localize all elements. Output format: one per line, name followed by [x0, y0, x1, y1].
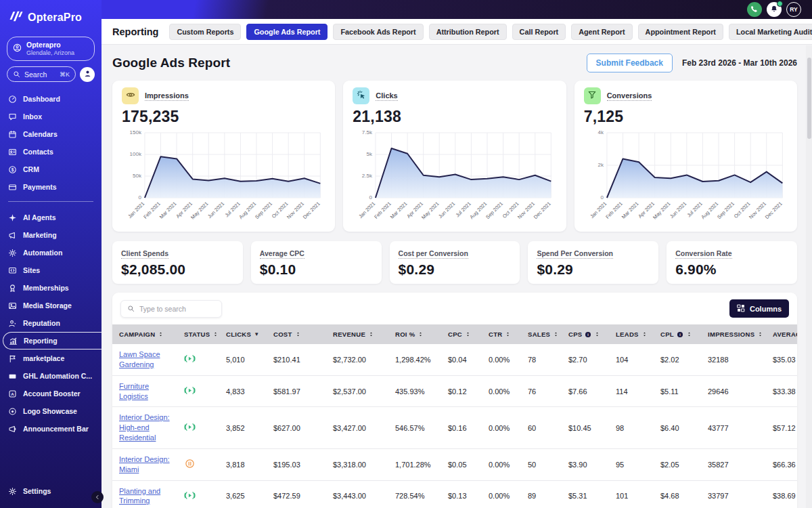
info-icon: i [585, 331, 591, 338]
column-header-clicks[interactable]: CLICKS▼ [219, 324, 267, 344]
date-range[interactable]: Feb 23rd 2026 - Mar 10th 2026 [682, 58, 797, 68]
sidebar-item-media-storage[interactable]: Media Storage [0, 297, 102, 314]
sidebar-item-reputation[interactable]: Reputation [0, 314, 102, 332]
impressions-chip [122, 87, 139, 104]
cell-average: $57.12 [766, 407, 797, 449]
sidebar-item-crm[interactable]: $CRM [0, 161, 102, 178]
sidebar-item-reporting[interactable]: Reporting [3, 332, 102, 350]
submit-feedback-button[interactable]: Submit Feedback [587, 54, 673, 72]
topbar: RY [0, 0, 812, 19]
tab-local-marketing-audit[interactable]: Local Marketing Audit [729, 24, 812, 40]
sidebar: OpteraPro Opterapro Glendale, Arizona Se… [0, 0, 102, 508]
sort-icon [212, 331, 219, 337]
stat-card-cost-per-conversion: Cost per Conversion$0.29 [390, 241, 520, 284]
column-header-sales[interactable]: SALES [521, 324, 562, 344]
cell-sales: 60 [521, 407, 562, 449]
tab-custom-reports[interactable]: Custom Reports [169, 24, 241, 40]
sidebar-item-dashboard[interactable]: Dashboard [0, 90, 102, 108]
notifications-button[interactable] [767, 2, 782, 17]
sidebar-item-settings[interactable]: Settings [0, 482, 102, 500]
tab-appointment-report[interactable]: Appointment Report [638, 24, 723, 40]
campaign-link[interactable]: Interior Design: High-end Residential [119, 413, 170, 442]
sidebar-item-ghl-automation-c[interactable]: GHL Automation C... [0, 367, 102, 385]
metric-value: 7,125 [584, 108, 788, 126]
tab-call-report[interactable]: Call Report [512, 24, 566, 40]
cell-cpc: $0.13 [441, 480, 482, 508]
stat-label: Cost per Conversion [399, 249, 468, 259]
sidebar-nav-primary: DashboardInboxCalendarsContacts$CRMPayme… [0, 90, 102, 196]
column-header-cpc[interactable]: CPC [441, 324, 482, 344]
phone-button[interactable] [747, 2, 762, 17]
profile-button[interactable] [80, 67, 95, 82]
column-header-cpl[interactable]: CPLi [654, 324, 701, 344]
tab-agent-report[interactable]: Agent Report [571, 24, 632, 40]
column-header-revenue[interactable]: REVENUE [326, 324, 388, 344]
user-avatar[interactable]: RY [786, 2, 801, 17]
stat-value: $0.29 [399, 261, 512, 278]
sort-icon [641, 331, 648, 337]
sidebar-item-sites[interactable]: Sites [0, 261, 102, 279]
cell-ctr: 0.00% [482, 375, 521, 407]
sidebar-item-marketplace[interactable]: marketplace [0, 350, 102, 367]
conversions-chip [584, 87, 601, 104]
svg-text:2.5k: 2.5k [362, 173, 372, 179]
sidebar-item-announcement-bar[interactable]: Announcement Bar [0, 420, 102, 438]
funnel-icon [587, 90, 597, 102]
tab-google-ads-report[interactable]: Google Ads Report [246, 24, 328, 40]
clicks-chart: 02.5k5k7.5kJan 2021Feb 2021Mar 2021Apr 2… [353, 127, 556, 229]
metric-label: Clicks [376, 91, 397, 101]
column-header-average[interactable]: AVERAGE [766, 324, 797, 344]
columns-button[interactable]: Columns [729, 299, 789, 318]
sidebar-item-marketing[interactable]: Marketing [0, 226, 102, 244]
sidebar-item-label: Payments [23, 183, 57, 191]
column-header-leads[interactable]: LEADS [609, 324, 654, 344]
metric-label: Impressions [145, 91, 189, 101]
cell-cpc: $0.04 [441, 344, 482, 375]
column-header-status[interactable]: STATUS [177, 324, 219, 344]
account-switcher[interactable]: Opterapro Glendale, Arizona [7, 37, 95, 61]
person-circle-icon [13, 43, 22, 55]
sidebar-item-label: Reporting [24, 337, 58, 345]
metric-cards-row: Impressions175,235050k100k150kJan 2021Fe… [112, 81, 797, 232]
svg-text:May 2021: May 2021 [420, 200, 441, 221]
column-header-campaign[interactable]: CAMPAIGN [112, 324, 177, 344]
search-icon [127, 303, 135, 315]
column-header-ctr[interactable]: CTR [482, 324, 521, 344]
sidebar-item-logo-showcase[interactable]: Logo Showcase [0, 402, 102, 420]
svg-text:A: A [11, 391, 14, 396]
sidebar-search[interactable]: Search ⌘K [7, 66, 76, 82]
campaign-link[interactable]: Interior Design: Miami [119, 455, 170, 473]
table-row: Furniture Logistics4,833$581.97$2,537.00… [112, 375, 797, 407]
sort-icon [505, 331, 511, 337]
sidebar-item-ai-agents[interactable]: AI Agents [0, 209, 102, 226]
column-header-cost[interactable]: COST [267, 324, 326, 344]
tab-attribution-report[interactable]: Attribution Report [429, 24, 507, 40]
sidebar-item-automation[interactable]: Automation [0, 244, 102, 261]
sidebar-item-memberships[interactable]: Memberships [0, 279, 102, 297]
column-header-impressions[interactable]: IMPRESSIONS [701, 324, 766, 344]
sidebar-item-account-booster[interactable]: AAccount Booster [0, 385, 102, 402]
sidebar-item-calendars[interactable]: Calendars [0, 125, 102, 143]
vertical-scrollbar-thumb[interactable] [807, 58, 811, 139]
app-logo[interactable]: OpteraPro [0, 0, 102, 30]
svg-text:0: 0 [600, 194, 604, 200]
svg-text:May 2021: May 2021 [189, 200, 210, 221]
table-search [120, 300, 222, 318]
svg-text:Dec 2021: Dec 2021 [302, 200, 321, 220]
sidebar-item-label: GHL Automation C... [23, 372, 92, 380]
table-search-input[interactable] [139, 305, 215, 313]
cell-revenue: $3,443.00 [326, 480, 388, 508]
campaign-link[interactable]: Planting and Trimming [119, 487, 160, 505]
sidebar-item-inbox[interactable]: Inbox [0, 108, 102, 125]
tab-facebook-ads-report[interactable]: Facebook Ads Report [333, 24, 423, 40]
sidebar-collapse-button[interactable] [91, 491, 104, 503]
column-header-cps[interactable]: CPSi [562, 324, 609, 344]
column-header-roi[interactable]: ROI % [388, 324, 441, 344]
account-location: Glendale, Arizona [26, 49, 74, 57]
sidebar-item-contacts[interactable]: Contacts [0, 143, 102, 161]
campaign-link[interactable]: Lawn Space Gardening [119, 350, 160, 368]
sidebar-item-label: CRM [23, 165, 39, 173]
campaign-link[interactable]: Furniture Logistics [119, 382, 149, 400]
sidebar-item-payments[interactable]: Payments [0, 178, 102, 196]
svg-text:Jun 2021: Jun 2021 [669, 200, 687, 219]
